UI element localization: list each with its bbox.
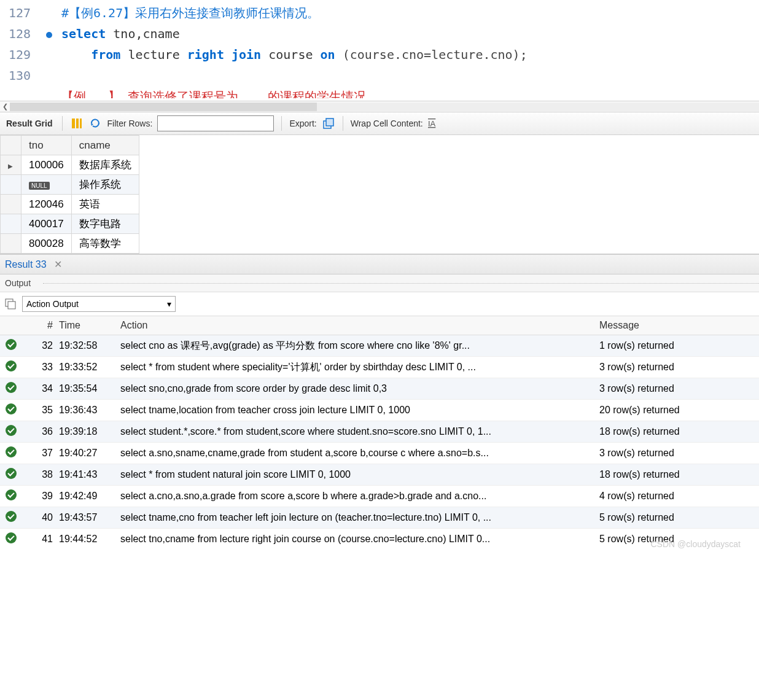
log-time: 19:42:49 [59, 491, 120, 502]
line-number: 128 [0, 26, 37, 41]
log-time: 19:43:57 [59, 512, 120, 523]
code-text[interactable]: #【例6.27】采用右外连接查询教师任课情况。 [61, 5, 319, 21]
log-row[interactable]: 33 19:33:52 select * from student where … [0, 357, 759, 378]
code-line[interactable]: 129 from lecture right join course on (c… [0, 44, 759, 65]
code-text[interactable]: from lecture right join course on (cours… [61, 47, 527, 62]
log-num: 35 [22, 405, 59, 416]
log-time: 19:39:18 [59, 426, 120, 437]
output-type-dropdown[interactable]: Action Output ▾ [22, 296, 176, 312]
success-icon [6, 468, 17, 479]
output-toolbar: Action Output ▾ [0, 292, 759, 316]
editor-hscrollbar[interactable]: ❮ [0, 101, 759, 112]
export-icon[interactable] [322, 117, 335, 130]
log-message: 3 row(s) returned [599, 383, 759, 394]
breakpoint-icon[interactable] [46, 32, 52, 38]
breakpoint-gutter[interactable] [37, 26, 61, 41]
cell-tno[interactable]: 400017 [21, 214, 72, 234]
log-time: 19:40:27 [59, 448, 120, 459]
line-number: 130 [0, 68, 37, 83]
table-row[interactable]: NULL 操作系统 [1, 175, 139, 195]
log-message: 4 row(s) returned [599, 491, 759, 502]
log-row[interactable]: 40 19:43:57 select tname,cno from teache… [0, 507, 759, 529]
export-label: Export: [289, 119, 316, 128]
scroll-track[interactable] [10, 103, 759, 111]
log-message: 5 row(s) returned [599, 512, 759, 523]
column-header-tno[interactable]: tno [21, 136, 72, 155]
close-tab-icon[interactable]: ✕ [54, 259, 62, 270]
svg-rect-0 [72, 119, 75, 128]
log-row[interactable]: 36 19:39:18 select student.*,score.* fro… [0, 421, 759, 443]
cell-tno[interactable]: 120046 [21, 195, 72, 214]
line-number: 127 [0, 6, 37, 20]
grid-view-icon[interactable] [70, 117, 84, 130]
row-header-corner [1, 136, 21, 155]
svg-text:IA: IA [428, 119, 436, 128]
separator [343, 116, 343, 131]
wrap-cell-icon[interactable]: IA [428, 117, 442, 130]
cell-cname[interactable]: 数据库系统 [71, 155, 139, 175]
filter-rows-input[interactable] [157, 115, 274, 131]
row-header[interactable] [1, 195, 21, 214]
log-row[interactable]: 38 19:41:43 select * from student natura… [0, 464, 759, 486]
log-message: 5 row(s) returned [599, 534, 759, 545]
log-time: 19:33:52 [59, 362, 120, 373]
cell-tno[interactable]: NULL [21, 175, 72, 195]
svg-rect-1 [76, 119, 79, 128]
line-number: 129 [0, 47, 37, 62]
result-grid[interactable]: tno cname 100006 数据库系统 NULL 操作系统 120046 … [0, 135, 759, 254]
cell-tno[interactable]: 100006 [21, 155, 72, 175]
code-text[interactable]: select tno,cname [61, 26, 180, 41]
success-icon [6, 511, 17, 522]
row-header[interactable] [1, 175, 21, 195]
cell-cname[interactable]: 操作系统 [71, 175, 139, 195]
chevron-down-icon: ▾ [167, 299, 171, 309]
cell-cname[interactable]: 英语 [71, 195, 139, 214]
code-line[interactable]: 127 #【例6.27】采用右外连接查询教师任课情况。 [0, 2, 759, 23]
log-row[interactable]: 39 19:42:49 select a.cno,a.sno,a.grade f… [0, 486, 759, 507]
log-action: select tno,cname from lecture right join… [120, 534, 599, 545]
table-row[interactable]: 400017 数字电路 [1, 214, 139, 234]
log-row[interactable]: 32 19:32:58 select cno as 课程号,avg(grade)… [0, 335, 759, 357]
output-log-header: # Time Action Message [0, 316, 759, 335]
code-line[interactable]: 128 select tno,cname [0, 23, 759, 44]
table-row[interactable]: 120046 英语 [1, 195, 139, 214]
log-num: 39 [22, 491, 59, 502]
code-line[interactable]: 130 [0, 65, 759, 86]
result-grid-label: Result Grid [6, 119, 52, 128]
partial-code-line: 【例...】 查询选修了课程号为... 的课程的学生情况 [0, 88, 759, 98]
log-row[interactable]: 35 19:36:43 select tname,location from t… [0, 400, 759, 421]
success-icon [6, 425, 17, 436]
log-row[interactable]: 34 19:35:54 select sno,cno,grade from sc… [0, 378, 759, 400]
log-message: 20 row(s) returned [599, 405, 759, 416]
log-num: 33 [22, 362, 59, 373]
log-message: 3 row(s) returned [599, 362, 759, 373]
output-panel-header: Output [0, 274, 759, 292]
null-badge: NULL [29, 182, 50, 190]
row-header[interactable] [1, 234, 21, 254]
cell-cname[interactable]: 数字电路 [71, 214, 139, 234]
log-action: select student.*,score.* from student,sc… [120, 426, 599, 437]
scroll-left-arrow[interactable]: ❮ [0, 103, 10, 111]
col-time: Time [59, 320, 120, 331]
output-type-value: Action Output [26, 299, 79, 309]
cell-tno[interactable]: 800028 [21, 234, 72, 254]
svg-rect-7 [8, 301, 15, 309]
cell-cname[interactable]: 高等数学 [71, 234, 139, 254]
col-num: # [22, 320, 59, 331]
column-header-cname[interactable]: cname [71, 136, 139, 155]
refresh-icon[interactable] [88, 117, 102, 130]
tab-result-33[interactable]: Result 33 [5, 259, 47, 270]
log-row[interactable]: 41 19:44:52 select tno,cname from lectur… [0, 529, 759, 549]
sql-editor[interactable]: 127 #【例6.27】采用右外连接查询教师任课情况。128 select tn… [0, 0, 759, 101]
scroll-thumb[interactable] [10, 103, 317, 111]
output-stack-icon[interactable] [5, 298, 16, 309]
table-row[interactable]: 800028 高等数学 [1, 234, 139, 254]
row-header[interactable] [1, 155, 21, 175]
success-icon [6, 403, 17, 414]
success-icon [6, 339, 17, 350]
table-row[interactable]: 100006 数据库系统 [1, 155, 139, 175]
log-row[interactable]: 37 19:40:27 select a.sno,sname,cname,gra… [0, 443, 759, 464]
log-time: 19:36:43 [59, 405, 120, 416]
log-message: 1 row(s) returned [599, 340, 759, 351]
row-header[interactable] [1, 214, 21, 234]
